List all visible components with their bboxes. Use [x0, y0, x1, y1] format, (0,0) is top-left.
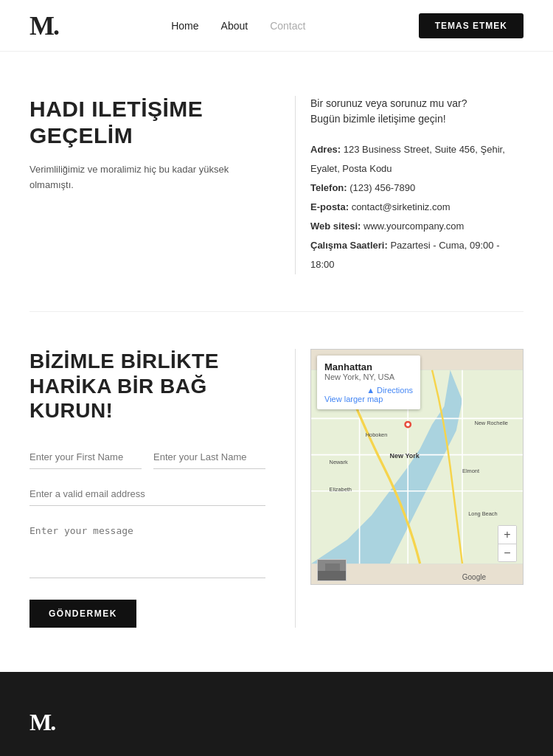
map-watermark: Google — [462, 573, 486, 581]
map-zoom-controls: + − — [498, 525, 517, 562]
map-street-view[interactable] — [317, 559, 347, 581]
svg-text:Elizabeth: Elizabeth — [330, 486, 352, 493]
email-input[interactable] — [29, 482, 265, 506]
section2-title: BİZİMLE BİRLİKTE HARİKA BİR BAĞ KURUN! — [29, 349, 265, 423]
first-name-input[interactable] — [29, 445, 142, 469]
map-zoom-in[interactable]: + — [498, 526, 516, 544]
footer: M. ADRES 123 Business Street, Suite 456,… — [0, 672, 553, 756]
site-logo: M. — [29, 13, 58, 39]
last-name-input[interactable] — [153, 445, 265, 469]
submit-button[interactable]: GÖNDERMEK — [29, 600, 136, 628]
svg-text:Newark: Newark — [330, 459, 348, 465]
main-nav: Home About Contact — [171, 20, 305, 32]
svg-text:Elmont: Elmont — [462, 468, 479, 474]
contact-info: Adres: 123 Business Street, Suite 456, Ş… — [310, 140, 524, 274]
svg-text:New Rochelle: New Rochelle — [474, 420, 508, 426]
svg-text:Long Beach: Long Beach — [468, 510, 497, 517]
nav-contact[interactable]: Contact — [270, 20, 305, 32]
svg-point-17 — [406, 423, 410, 426]
contact-form: GÖNDERMEK — [29, 445, 265, 628]
contact-intro: Bir sorunuz veya sorunuz mu var? Bugün b… — [310, 96, 524, 127]
map-container: Hoboken New York Newark New Rochelle Eli… — [310, 349, 524, 585]
message-input[interactable] — [29, 519, 265, 578]
section1-title: HADI ILETİŞİME GEÇELİM — [29, 96, 265, 149]
svg-rect-19 — [318, 571, 347, 581]
cta-button[interactable]: TEMAS ETMEK — [419, 13, 524, 38]
svg-text:New York: New York — [390, 452, 420, 460]
nav-about[interactable]: About — [221, 20, 248, 32]
map-zoom-out[interactable]: − — [498, 544, 516, 561]
section1-subtitle: Verimliliğimiz ve moralimiz hiç bu kadar… — [29, 162, 265, 193]
map-directions-link[interactable]: ▲ Directions — [366, 386, 413, 395]
map-location-title: Manhattan — [324, 361, 413, 372]
nav-home[interactable]: Home — [171, 20, 198, 32]
svg-text:Hoboken: Hoboken — [366, 431, 388, 438]
map-location-sub: New York, NY, USA — [324, 372, 413, 381]
footer-logo: M. — [29, 709, 524, 736]
map-larger-link[interactable]: View larger map — [324, 395, 413, 403]
svg-rect-20 — [325, 563, 340, 571]
section-divider — [29, 311, 524, 312]
map-info-box: Manhattan New York, NY, USA ▲ Directions… — [317, 356, 420, 409]
